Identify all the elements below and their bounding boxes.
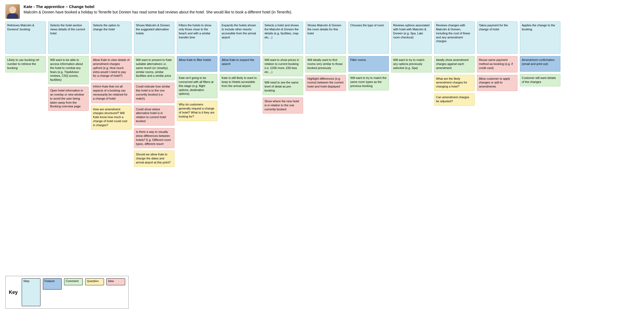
column: Reviews options associated with hotel wi… — [391, 21, 432, 72]
idea-card[interactable]: Show where the new hotel is in relation … — [263, 97, 303, 114]
comment-card[interactable]: Will want to show prices in relation to … — [263, 56, 303, 76]
header: Kate - The apprentice – Change hotel Mal… — [0, 0, 644, 21]
step-card[interactable]: Selects a hotel and shows the Malcolm & … — [263, 21, 303, 54]
comment-card[interactable]: Likely to use booking ref number to retr… — [5, 56, 46, 72]
idea-card[interactable]: Reuse same payment method as booking (e.… — [477, 56, 518, 72]
feature-card[interactable]: Allow Kate to filter hotels — [177, 56, 217, 72]
step-card[interactable]: Shows Malcolm & Doreen the suggested alt… — [134, 21, 174, 54]
step-card[interactable]: Expands the hotels shown to include othe… — [220, 21, 260, 54]
column: Selects a hotel and shows the Malcolm & … — [263, 21, 303, 114]
comment-card[interactable]: Will want to try to match any options pr… — [391, 56, 432, 72]
column: Applies the change to the bookingAmendme… — [520, 21, 560, 86]
comment-card[interactable]: Kate is still likely to want to keep to … — [220, 74, 260, 90]
column: Selects the hotel section views details … — [48, 21, 89, 111]
question-card[interactable]: Can amendment charges be adjusted? — [434, 93, 475, 106]
idea-card[interactable]: Open hotel information in an overlay or … — [48, 87, 89, 111]
question-card[interactable]: How are amendment charges structured? Wi… — [91, 105, 132, 130]
idea-card[interactable]: Is there a way to visually show differen… — [134, 128, 174, 148]
comment-card[interactable]: Will want to be able to access informati… — [48, 56, 89, 84]
question-card[interactable]: Why do customers generally request a cha… — [177, 101, 217, 121]
idea-card[interactable]: Inform Kate that not all aspects of a bo… — [91, 83, 132, 103]
step-card[interactable]: Reviews options associated with hotel wi… — [391, 21, 432, 54]
persona-avatar — [5, 4, 20, 19]
step-card[interactable]: Applies the change to the booking — [520, 21, 560, 54]
comment-card[interactable]: Will want to present to Kate suitable al… — [134, 56, 174, 80]
column: Filters the hotels to show only those cl… — [177, 21, 217, 121]
comment-card[interactable]: Customer will want details of the change… — [520, 74, 560, 86]
comment-card[interactable]: Will want to try to match the same room … — [348, 74, 389, 90]
column: Expands the hotels shown to include othe… — [220, 21, 260, 90]
idea-card[interactable]: Could indicate how similar this hotel is… — [134, 83, 174, 103]
comment-card[interactable]: Will ideally want to find rooms very sim… — [306, 56, 346, 72]
column: Reviews changes with Malcolm & Doreen, i… — [434, 21, 475, 106]
step-card[interactable]: Filters the hotels to show only those cl… — [177, 21, 217, 54]
column: Shows Malcolm & Doreen the room details … — [306, 21, 346, 91]
comment-card[interactable]: Will need to see the same level of detai… — [263, 79, 303, 95]
step-card[interactable]: Selects the option to change the hotel — [91, 21, 132, 54]
step-card[interactable]: Takes payment for the change of hotel — [477, 21, 518, 54]
step-card[interactable]: Reviews changes with Malcolm & Doreen, i… — [434, 21, 475, 54]
story-map-board: Retrieves Malcolm & Doreens' bookingLike… — [0, 21, 644, 178]
step-card[interactable]: Selects the hotel section views details … — [48, 21, 89, 54]
comment-card[interactable]: Kate isn't going to be concerned with al… — [177, 74, 217, 98]
column: Shows Malcolm & Doreen the suggested alt… — [134, 21, 174, 167]
column: Selects the option to change the hotelAl… — [91, 21, 132, 130]
step-card[interactable]: Retrieves Malcolm & Doreens' booking — [5, 21, 46, 54]
step-card[interactable]: Chooses the type of room — [348, 21, 389, 54]
step-card[interactable]: Shows Malcolm & Doreen the room details … — [306, 21, 346, 54]
feature-card[interactable]: Amendment confirmation (email and print … — [520, 56, 560, 72]
question-card[interactable]: What are the likely amendment charges fo… — [434, 75, 475, 91]
page-subtitle: Malcolm & Doreen have booked a holiday t… — [24, 10, 292, 14]
idea-card[interactable]: Highlight differences (e.g. rooms) betwe… — [306, 75, 346, 91]
feature-card[interactable]: Allow Kate to expand the search — [220, 56, 260, 72]
question-card[interactable]: Should we allow Kate to change the dates… — [134, 151, 174, 167]
column: Chooses the type of roomFilter roomsWill… — [348, 21, 389, 90]
header-text: Kate - The apprentice – Change hotel Mal… — [24, 4, 292, 14]
page-title: Kate - The apprentice – Change hotel — [24, 4, 292, 9]
column: Takes payment for the change of hotelReu… — [477, 21, 518, 91]
idea-card[interactable]: Allow customer to apply changes or add t… — [477, 75, 518, 91]
column: Retrieves Malcolm & Doreens' bookingLike… — [5, 21, 46, 72]
idea-card[interactable]: Could show where alternative hotel is in… — [134, 105, 174, 126]
comment-card[interactable]: Ideally show amendment charges against e… — [434, 56, 475, 72]
idea-card[interactable]: Allow Kate to view details of amendment … — [91, 56, 132, 80]
feature-card[interactable]: Filter rooms — [348, 56, 389, 72]
